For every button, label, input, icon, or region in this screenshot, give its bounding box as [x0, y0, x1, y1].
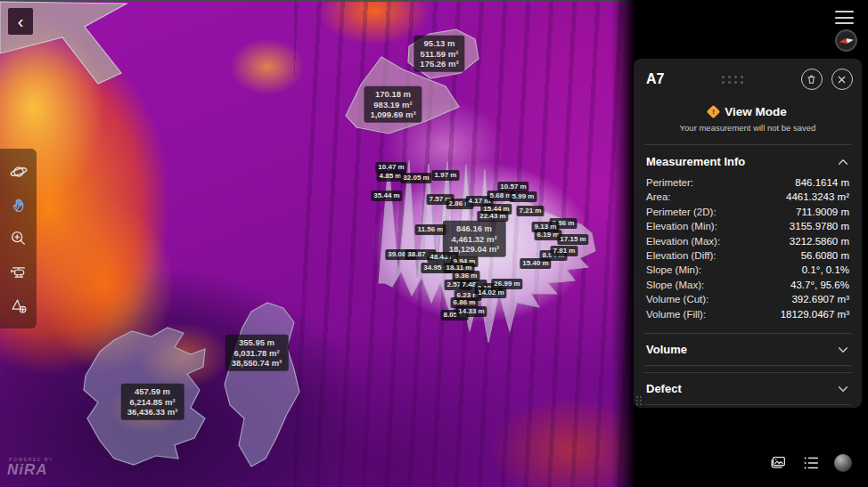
chevron-up-icon	[837, 156, 849, 168]
map-viewport[interactable]: 10.47 m4.85 m32.05 m1.97 m35.44 m7.57 m2…	[0, 0, 638, 487]
measurement-row: Elevation (Diff): 56.6080 m	[646, 248, 849, 263]
globe-orbit-tool-button[interactable]	[7, 160, 30, 183]
nira-logo-text: NiRA	[7, 462, 53, 477]
view-mode-subtitle: Your measurement will not be saved	[634, 123, 862, 133]
measurement-info-title: Measurement Info	[646, 155, 745, 168]
delete-measurement-button[interactable]	[801, 69, 823, 90]
drone-view-tool-button[interactable]	[7, 261, 30, 284]
edge-length-label: 7.21 m	[517, 206, 545, 216]
measurement-value: 3212.5860 m	[790, 234, 849, 248]
measurement-value: 711.9009 m	[796, 205, 849, 219]
measurement-label: Volume (Fill):	[646, 307, 706, 321]
measurement-label: Perimeter:	[646, 175, 693, 190]
helicopter-icon	[9, 263, 29, 282]
volume-line: 36,436.33 m³	[127, 407, 178, 418]
map-toolbar	[0, 149, 37, 329]
measurement-label: Elevation (Diff):	[646, 248, 716, 263]
drag-handle-icon[interactable]	[713, 76, 743, 84]
add-measurement-tool-button[interactable]	[7, 294, 30, 317]
measurement-info-header[interactable]: Measurement Info	[634, 145, 862, 174]
volume-line: 18,129.04 m³	[449, 244, 500, 255]
trash-icon	[807, 75, 816, 85]
measurement-label: Perimeter (2D):	[646, 205, 717, 219]
volume-line: 175.26 m³	[420, 59, 458, 69]
measurement-list-button[interactable]	[801, 453, 821, 473]
accordion-section[interactable]: Defect	[644, 372, 851, 405]
edge-length-label: 17.15 m	[557, 234, 588, 245]
measurement-row: Elevation (Min): 3155.9780 m	[646, 219, 849, 233]
area-line: 511.59 m²	[420, 48, 458, 59]
measurement-value: 392.6907 m³	[791, 292, 849, 306]
panel-resize-handle[interactable]	[636, 396, 642, 405]
measurement-value: 43.7°, 95.6%	[790, 278, 849, 292]
volume-line: 1,099.69 m³	[370, 110, 415, 120]
app-root: 10.47 m4.85 m32.05 m1.97 m35.44 m7.57 m2…	[0, 0, 868, 487]
measurement-value: 18129.0467 m³	[781, 307, 849, 321]
measurement-row: Slope (Min): 0.1°, 0.1%	[646, 263, 849, 277]
globe-view-button[interactable]	[834, 454, 852, 472]
gallery-button[interactable]	[768, 453, 788, 473]
panel-header: A7	[634, 59, 862, 90]
measurement-label: Elevation (Max):	[646, 234, 720, 248]
edge-length-label: 32.05 m	[400, 173, 431, 183]
edge-length-label: 14.02 m	[475, 288, 506, 298]
pan-hand-icon	[9, 195, 29, 215]
measurement-label: Slope (Min):	[646, 263, 701, 277]
warning-diamond-icon	[707, 105, 721, 119]
perimeter-line: 846.16 m	[449, 223, 500, 234]
polygon-measurement-label: 457.59 m 6,214.85 m² 36,436.33 m³	[121, 384, 184, 420]
measurement-value: 3155.9780 m	[790, 219, 849, 233]
perimeter-line: 457.59 m	[127, 386, 178, 397]
measurement-row: Volume (Fill): 18129.0467 m³	[646, 307, 849, 321]
pan-tool-button[interactable]	[7, 193, 30, 216]
edge-length-label: 5.99 m	[510, 191, 537, 202]
polygon-measurement-label: 846.16 m 4,461.32 m² 18,129.04 m³	[443, 221, 506, 257]
measurement-value: 846.1614 m	[795, 175, 849, 190]
close-icon	[837, 75, 847, 85]
edge-length-label: 35.44 m	[371, 191, 402, 201]
measurement-value: 0.1°, 0.1%	[802, 263, 849, 277]
edge-length-label: 1.97 m	[432, 170, 460, 181]
measurement-panel: A7 View Mode	[634, 59, 862, 408]
measurement-row: Area: 4461.3243 m²	[646, 190, 849, 204]
panel-title: A7	[646, 71, 664, 87]
measurement-row: Perimeter (2D): 711.9009 m	[646, 205, 849, 219]
accordion-list: Volume Defect	[644, 333, 851, 405]
area-line: 6,031.78 m²	[232, 347, 283, 358]
measurement-rows: Perimeter: 846.1614 m Area: 4461.3243 m²…	[634, 174, 862, 321]
polygon-measurement-label: 95.13 m 511.59 m² 175.26 m³	[414, 36, 464, 72]
back-button[interactable]: ‹	[8, 8, 33, 35]
area-line: 6,214.85 m²	[127, 396, 178, 407]
measurement-row: Elevation (Max): 3212.5860 m	[646, 234, 849, 248]
volume-line: 38,550.74 m³	[232, 358, 283, 369]
measurement-row: Volume (Cut): 392.6907 m³	[646, 292, 849, 306]
measurement-label: Slope (Max):	[646, 278, 704, 292]
perimeter-line: 355.95 m	[232, 337, 283, 348]
measurement-label: Elevation (Min):	[646, 219, 717, 233]
view-mode-label: View Mode	[725, 105, 787, 118]
polygon-measurement-label: 355.95 m 6,031.78 m² 38,550.74 m³	[225, 335, 289, 371]
close-panel-button[interactable]	[831, 69, 853, 90]
edge-length-label: 14.33 m	[455, 306, 487, 317]
view-mode-banner: View Mode Your measurement will not be s…	[634, 105, 862, 133]
measurement-polygon-bottom-left-b[interactable]	[225, 303, 299, 467]
edge-length-label: 15.40 m	[520, 258, 551, 269]
measurement-label: Volume (Cut):	[646, 292, 708, 306]
compass-icon[interactable]	[835, 29, 857, 52]
perimeter-line: 95.13 m	[420, 38, 458, 49]
images-icon	[768, 453, 788, 473]
compass-needle	[839, 37, 855, 44]
menu-icon[interactable]	[835, 11, 854, 24]
add-measurement-icon	[9, 296, 29, 315]
measurement-label: Area:	[646, 190, 671, 204]
measurement-value: 56.6080 m	[801, 248, 849, 263]
polygon-measurement-label: 170.18 m 983.19 m² 1,099.69 m³	[364, 86, 422, 123]
measurement-polygon-layer	[0, 0, 638, 487]
chevron-down-icon	[837, 344, 849, 356]
zoom-in-tool-button[interactable]	[7, 227, 30, 250]
bottom-right-controls	[768, 453, 852, 473]
measurement-value: 4461.3243 m²	[786, 190, 849, 204]
sphere-icon	[834, 454, 852, 472]
accordion-section[interactable]: Volume	[644, 333, 851, 366]
accordion-label: Defect	[646, 382, 682, 395]
